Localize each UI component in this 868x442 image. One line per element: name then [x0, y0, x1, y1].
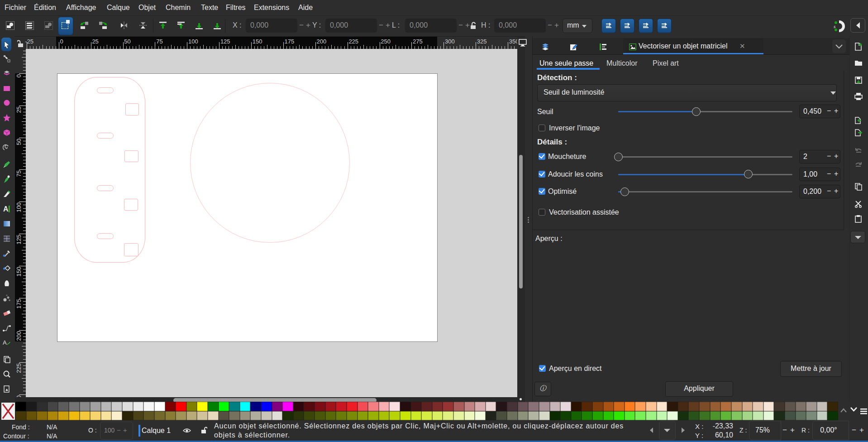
svg-text:A: A: [3, 339, 7, 346]
svg-text:s: s: [834, 24, 835, 29]
svg-text:A: A: [3, 205, 9, 213]
